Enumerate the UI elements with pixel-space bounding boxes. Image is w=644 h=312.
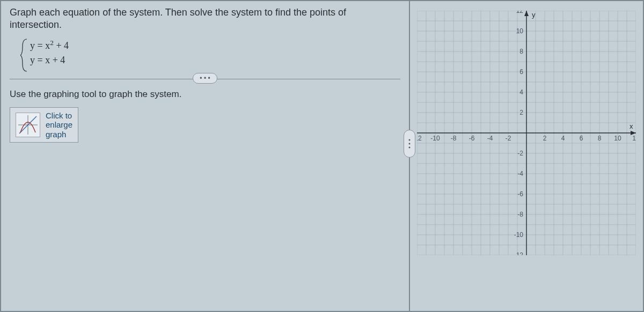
coordinate-graph[interactable]: y x 24681012-2-4-6-8-10-1224681012-2-4-6… <box>417 11 636 255</box>
svg-text:12: 12 <box>516 11 524 14</box>
equation-1: y = x2 + 4 <box>30 40 400 51</box>
svg-text:10: 10 <box>614 135 621 142</box>
svg-text:-4: -4 <box>517 170 523 177</box>
svg-marker-58 <box>524 11 529 16</box>
svg-text:8: 8 <box>519 48 523 55</box>
eq1-part1: y = x <box>30 40 50 51</box>
x-axis-label: x <box>630 122 633 130</box>
svg-text:2: 2 <box>543 135 547 142</box>
svg-text:-4: -4 <box>487 135 493 142</box>
grid-svg: y x 24681012-2-4-6-8-10-1224681012-2-4-6… <box>417 11 636 255</box>
expand-dots-button[interactable]: • • • <box>193 73 217 84</box>
svg-text:10: 10 <box>516 27 524 35</box>
enlarge-line2: enlarge <box>46 120 72 129</box>
svg-text:-6: -6 <box>469 135 475 142</box>
svg-text:-8: -8 <box>517 211 523 218</box>
graph-thumbnail-icon <box>16 113 40 137</box>
svg-text:4: 4 <box>519 88 523 96</box>
svg-text:-6: -6 <box>517 190 523 198</box>
svg-text:-12: -12 <box>514 251 524 255</box>
svg-text:8: 8 <box>598 135 602 142</box>
svg-text:-10: -10 <box>514 231 524 239</box>
enlarge-line3: graph <box>46 130 66 139</box>
separator: • • • <box>10 79 400 79</box>
svg-text:-2: -2 <box>506 135 511 142</box>
svg-text:-8: -8 <box>451 135 457 142</box>
eq1-sup: 2 <box>50 39 54 47</box>
equation-2: y = x + 4 <box>30 55 400 66</box>
svg-text:2: 2 <box>519 109 523 116</box>
eq1-part2: + 4 <box>54 40 69 51</box>
svg-text:4: 4 <box>561 135 565 142</box>
svg-text:12: 12 <box>632 135 636 142</box>
svg-text:6: 6 <box>580 135 583 142</box>
enlarge-line1: Click to <box>46 111 72 120</box>
problem-prompt: Graph each equation of the system. Then … <box>10 6 400 31</box>
svg-text:-2: -2 <box>517 150 523 157</box>
instruction-text: Use the graphing tool to graph the syste… <box>10 89 400 100</box>
enlarge-label: Click to enlarge graph <box>46 111 72 139</box>
svg-text:-12: -12 <box>417 135 422 142</box>
y-axis-label: y <box>532 11 536 19</box>
svg-text:-10: -10 <box>430 135 440 142</box>
left-brace-icon <box>20 38 29 72</box>
equation-system: y = x2 + 4 y = x + 4 <box>20 40 400 66</box>
enlarge-graph-button[interactable]: Click to enlarge graph <box>10 107 78 143</box>
svg-text:6: 6 <box>519 68 523 76</box>
